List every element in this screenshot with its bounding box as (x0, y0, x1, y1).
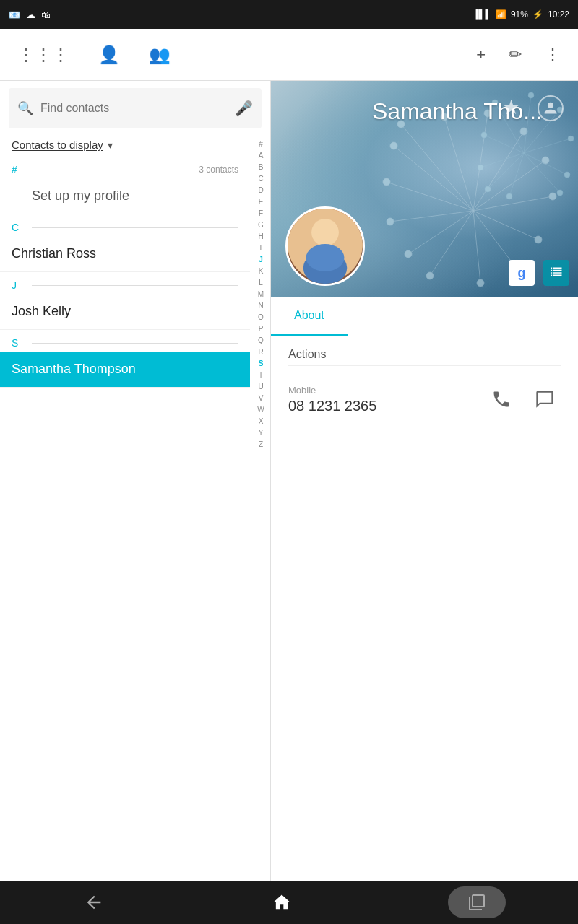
group-icon[interactable]: 👥 (143, 39, 176, 71)
alpha-a[interactable]: A (251, 150, 270, 162)
person-icon[interactable]: 👤 (92, 39, 126, 71)
alpha-c[interactable]: C (251, 173, 270, 185)
app-bar-left: ⋮⋮⋮ 👤 👥 (12, 39, 470, 71)
mic-icon[interactable]: 🎤 (235, 100, 253, 117)
google-plus-icon[interactable]: g (509, 260, 535, 286)
alpha-n[interactable]: N (251, 300, 270, 312)
alpha-s[interactable]: S (251, 358, 270, 370)
more-options-button[interactable]: ⋮ (539, 40, 566, 70)
status-bar: 📧 ☁ 🛍 ▐▌▌ 📶 91% ⚡ 10:22 (0, 0, 578, 29)
svg-point-44 (506, 193, 512, 199)
home-button[interactable] (260, 886, 303, 918)
svg-line-35 (488, 153, 524, 189)
alpha-d[interactable]: D (251, 185, 270, 196)
svg-point-20 (535, 236, 542, 243)
contacts-filter[interactable]: Contacts to display ▾ (0, 136, 270, 157)
svg-point-27 (390, 142, 397, 149)
alpha-r[interactable]: R (251, 346, 270, 358)
svg-point-22 (477, 279, 484, 287)
contact-link-icon[interactable] (538, 95, 564, 121)
alpha-i[interactable]: I (251, 243, 270, 254)
alpha-z[interactable]: Z (251, 439, 270, 450)
svg-line-5 (473, 196, 553, 211)
svg-line-34 (509, 153, 524, 196)
back-button[interactable] (72, 886, 116, 918)
mobile-info: Mobile 08 1231 2365 (288, 385, 486, 414)
svg-point-47 (481, 132, 487, 138)
alpha-x[interactable]: X (251, 416, 270, 427)
add-contact-button[interactable]: + (470, 40, 491, 70)
svg-line-13 (394, 146, 473, 211)
contact-item-christian[interactable]: Christian Ross (0, 236, 250, 272)
right-panel: Samantha Tho... ★ g (271, 81, 578, 881)
alpha-j[interactable]: J (251, 254, 270, 266)
alpha-hash[interactable]: # (251, 139, 270, 150)
alpha-e[interactable]: E (251, 196, 270, 208)
contact-item-josh[interactable]: Josh Kelly (0, 294, 250, 330)
svg-point-43 (557, 190, 563, 196)
svg-line-37 (484, 135, 524, 153)
svg-line-31 (524, 139, 571, 153)
alpha-m[interactable]: M (251, 289, 270, 300)
contact-list-icon[interactable] (543, 260, 569, 286)
svg-point-23 (426, 272, 434, 279)
alpha-p[interactable]: P (251, 323, 270, 335)
section-s: S (0, 330, 250, 352)
alpha-o[interactable]: O (251, 312, 270, 323)
alpha-v[interactable]: V (251, 393, 270, 404)
alpha-b[interactable]: B (251, 162, 270, 173)
svg-line-10 (408, 211, 473, 254)
app-bar-right: + ✏ ⋮ (470, 40, 566, 70)
mobile-number: 08 1231 2365 (288, 398, 486, 414)
signal-icon: ▐▌▌ (473, 9, 491, 19)
svg-point-49 (311, 219, 339, 246)
contact-hero: Samantha Tho... ★ g (271, 81, 578, 297)
edit-button[interactable]: ✏ (503, 40, 527, 70)
svg-point-26 (383, 178, 390, 186)
svg-point-45 (485, 186, 491, 192)
svg-point-51 (306, 244, 345, 271)
alpha-l[interactable]: L (251, 277, 270, 289)
contact-item-samantha[interactable]: Samantha Thompson (0, 352, 250, 388)
alpha-h[interactable]: H (251, 231, 270, 243)
alpha-q[interactable]: Q (251, 335, 270, 346)
section-letter-c: C (12, 222, 32, 233)
setup-profile-item[interactable]: Set up my profile (0, 178, 250, 214)
tab-about[interactable]: About (271, 297, 348, 336)
section-letter-j: J (12, 279, 32, 291)
contact-tabs: About (271, 297, 578, 336)
search-icon: 🔍 (17, 100, 33, 116)
svg-point-19 (549, 193, 556, 200)
clock: 10:22 (548, 9, 569, 19)
call-button[interactable] (486, 383, 517, 415)
svg-point-42 (564, 172, 570, 178)
contact-name-samantha: Samantha Thompson (12, 362, 136, 377)
search-input[interactable] (40, 102, 228, 115)
alpha-g[interactable]: G (251, 219, 270, 231)
alpha-f[interactable]: F (251, 208, 270, 219)
svg-line-8 (473, 211, 480, 283)
section-count-me: 3 contacts (199, 165, 238, 175)
alpha-t[interactable]: T (251, 370, 270, 381)
svg-line-32 (524, 153, 567, 175)
favorite-star-icon[interactable]: ★ (502, 95, 520, 119)
mobile-row: Mobile 08 1231 2365 (288, 375, 561, 424)
message-button[interactable] (529, 383, 561, 415)
svg-point-24 (405, 250, 412, 258)
recents-button[interactable] (448, 886, 506, 918)
status-right: ▐▌▌ 📶 91% ⚡ 10:22 (473, 9, 569, 19)
email-status-icon: 📧 (9, 9, 20, 20)
svg-line-2 (473, 113, 488, 211)
shop-status-icon: 🛍 (41, 9, 51, 20)
contact-name-christian: Christian Ross (12, 246, 96, 261)
alpha-y[interactable]: Y (251, 427, 270, 439)
alphabet-sidebar: # A B C D E F G H I J K L M N O P Q R S … (251, 139, 270, 450)
bottom-nav (0, 881, 578, 924)
alpha-w[interactable]: W (251, 404, 270, 416)
svg-line-0 (401, 124, 473, 211)
contact-name-josh: Josh Kelly (12, 304, 71, 319)
alpha-k[interactable]: K (251, 266, 270, 277)
alpha-u[interactable]: U (251, 381, 270, 393)
grid-icon[interactable]: ⋮⋮⋮ (12, 39, 75, 71)
wifi-icon: 📶 (496, 9, 506, 19)
